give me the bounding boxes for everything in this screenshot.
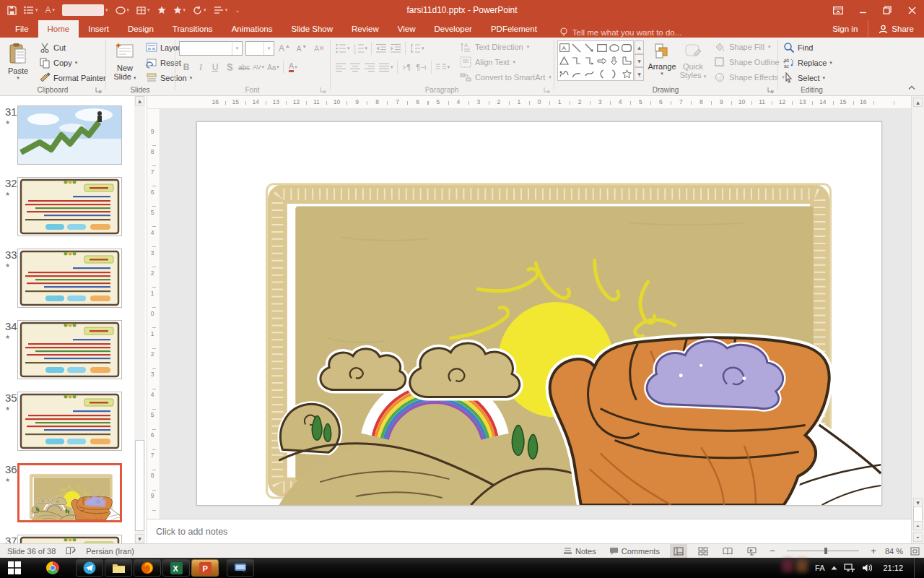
left-to-right-button[interactable]: ⊦¶ — [400, 60, 414, 74]
chrome-icon[interactable] — [39, 559, 66, 577]
shape-arrow[interactable] — [583, 41, 596, 54]
view-slideshow-icon[interactable] — [744, 544, 761, 558]
paragraph-dialog-launcher-icon[interactable] — [544, 87, 551, 94]
justify-button[interactable]: ▾ — [377, 60, 395, 74]
shape-gallery-more-icon[interactable]: ▼̲ — [635, 67, 644, 81]
tab-file[interactable]: File — [6, 20, 38, 38]
slide-thumbnail-32[interactable]: 32★ — [0, 177, 133, 236]
cut-button[interactable]: Cut — [36, 40, 109, 55]
find-button[interactable]: Find — [780, 40, 835, 55]
decrease-font-size-button[interactable]: A▼ — [295, 41, 309, 56]
notes-pane[interactable]: Click to add notes — [147, 519, 911, 543]
tab-home[interactable]: Home — [38, 20, 79, 38]
view-normal-icon[interactable] — [670, 544, 687, 558]
shape-freeform[interactable] — [558, 67, 570, 80]
zoom-level[interactable]: 84 % — [885, 547, 903, 556]
shape-rounded-rectangle[interactable] — [621, 41, 633, 54]
shape-rectangle[interactable] — [596, 41, 608, 54]
shape-corner[interactable] — [621, 54, 633, 67]
font-color-button[interactable]: A▾ — [286, 60, 300, 74]
view-sorter-icon[interactable] — [694, 544, 712, 558]
shape-down-arrow[interactable] — [608, 54, 620, 67]
thumbnail-preview[interactable] — [17, 392, 122, 451]
ribbon-display-icon[interactable] — [826, 0, 850, 20]
network-icon[interactable] — [844, 564, 855, 573]
numbering-button[interactable]: 123▾ — [352, 41, 370, 56]
italic-button[interactable]: I — [193, 60, 208, 74]
draw-icon[interactable]: ▾ — [193, 6, 206, 15]
scroll-down-icon[interactable]: ▼ — [913, 498, 923, 507]
new-slide-button[interactable]: NewSlide ▾ — [108, 39, 141, 92]
shape-arc[interactable] — [570, 67, 583, 80]
slide-thumbnail-33[interactable]: 33★ — [0, 249, 133, 308]
align-center-button[interactable] — [348, 60, 362, 74]
slide-editing-area[interactable] — [160, 109, 911, 519]
star-icon[interactable]: ▾ — [173, 6, 186, 14]
star-icon[interactable] — [157, 6, 166, 14]
strikethrough-button[interactable]: abc — [237, 60, 251, 74]
excel-icon[interactable]: X — [162, 559, 190, 577]
increase-indent-button[interactable] — [388, 41, 403, 56]
zoom-out-button[interactable]: − — [768, 545, 777, 556]
tab-insert[interactable]: Insert — [79, 20, 118, 38]
list-icon[interactable]: ▾ — [24, 6, 38, 14]
copy-button[interactable]: Copy ▾ — [36, 55, 109, 70]
shape-right-arrow[interactable] — [596, 54, 608, 67]
scroll-up-icon[interactable]: ▲ — [135, 96, 144, 105]
save-icon[interactable] — [7, 6, 17, 15]
close-icon[interactable] — [899, 0, 924, 20]
character-spacing-button[interactable]: AV▾ — [251, 60, 266, 74]
taskbar-clock[interactable]: 21:12 — [879, 564, 907, 572]
tab-view[interactable]: View — [388, 20, 425, 38]
tab-pdfelement[interactable]: PDFelement — [481, 20, 546, 38]
pinned-app-icon[interactable] — [227, 559, 254, 577]
slide-counter[interactable]: Slide 36 of 38 — [7, 547, 56, 556]
thumbnail-preview[interactable] — [17, 177, 122, 236]
scroll-up-icon[interactable]: ▲ — [913, 98, 923, 107]
paragraph-icon[interactable]: ▾ — [214, 6, 228, 14]
minimize-icon[interactable] — [850, 0, 875, 20]
right-to-left-button[interactable]: ¶⊣ — [414, 60, 429, 74]
restore-icon[interactable] — [875, 0, 899, 20]
language-input-indicator[interactable]: FA — [815, 564, 824, 572]
shape-star[interactable] — [621, 67, 633, 80]
show-desktop-button[interactable] — [914, 558, 921, 578]
text-direction-button[interactable]: A Text Direction▾ — [457, 39, 554, 54]
tell-me-box[interactable]: Tell me what you want to do... — [559, 27, 682, 38]
shape-oval[interactable] — [608, 41, 620, 54]
quick-styles-button[interactable]: QuickStyles ▾ — [678, 39, 708, 92]
table-icon[interactable]: ▾ — [136, 7, 150, 14]
align-right-button[interactable] — [362, 60, 377, 74]
share-button[interactable]: Share — [868, 20, 924, 38]
thumbnail-preview[interactable] — [17, 105, 122, 165]
oval-icon[interactable]: ▾ — [116, 7, 130, 14]
shape-elbow-arrow-connector[interactable] — [583, 54, 596, 67]
fit-window-icon[interactable] — [910, 547, 920, 556]
shape-elbow-connector[interactable] — [570, 54, 583, 67]
underline-button[interactable]: U — [208, 60, 222, 74]
tab-design[interactable]: Design — [118, 20, 163, 38]
font-color-icon[interactable]: A▾ — [45, 5, 56, 15]
font-name-combo[interactable]: ▾ — [179, 41, 243, 56]
change-case-button[interactable]: Aa▾ — [266, 60, 281, 74]
main-scrollbar[interactable]: ▲ ▼ ⏶ ⏷ — [911, 96, 924, 543]
explorer-icon[interactable] — [105, 559, 132, 577]
decrease-indent-button[interactable] — [374, 41, 388, 56]
firefox-icon[interactable] — [134, 559, 161, 577]
view-reading-icon[interactable] — [719, 544, 736, 558]
zoom-in-button[interactable]: + — [869, 545, 878, 556]
text-shadow-button[interactable]: S — [222, 60, 237, 74]
shape-left-parenthesis[interactable] — [596, 67, 608, 80]
slide-thumbnail-35[interactable]: 35★ — [0, 392, 133, 451]
clear-formatting-button[interactable]: A — [312, 41, 326, 56]
align-left-button[interactable] — [334, 60, 348, 74]
tray-expand-icon[interactable] — [831, 566, 837, 570]
tab-transitions[interactable]: Transitions — [163, 20, 222, 38]
spellcheck-icon[interactable] — [66, 546, 76, 556]
shape-gallery-down-icon[interactable]: ▼ — [635, 54, 644, 68]
tab-animations[interactable]: Animations — [222, 20, 282, 38]
thumbnail-preview[interactable] — [17, 535, 122, 543]
clipboard-dialog-launcher-icon[interactable] — [95, 87, 103, 94]
shape-textbox[interactable]: A — [558, 41, 570, 54]
columns-button[interactable]: ▾ — [434, 60, 452, 74]
